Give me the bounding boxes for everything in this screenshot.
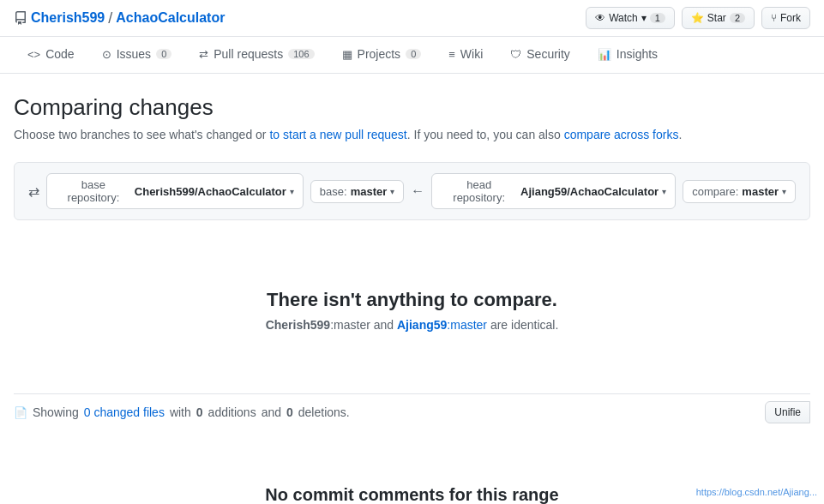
top-actions: 👁 Watch ▾ 1 ⭐ Star 2 ⑂ Fork (586, 7, 810, 29)
shield-icon: 🛡 (510, 48, 521, 61)
projects-count: 0 (406, 49, 421, 59)
base-branch-chevron: ▾ (390, 187, 394, 196)
repo-icon (14, 11, 27, 25)
tab-code-label: Code (45, 47, 74, 61)
tab-projects[interactable]: ▦ Projects 0 (328, 37, 436, 73)
page-title: Comparing changes (14, 94, 810, 121)
unified-button[interactable]: Unifie (765, 401, 810, 423)
tab-insights-label: Insights (616, 47, 658, 61)
watch-button[interactable]: 👁 Watch ▾ 1 (586, 7, 675, 29)
wiki-icon: ≡ (448, 48, 455, 61)
repo-name-link[interactable]: AchaoCalculator (116, 10, 225, 26)
tab-projects-label: Projects (358, 47, 401, 61)
watch-chevron: ▾ (641, 12, 647, 24)
file-icon: 📄 (14, 406, 27, 419)
no-commit-section: No commit comments for this range (14, 430, 810, 504)
star-label: Star (707, 12, 726, 24)
file-stats-left: 📄 Showing 0 changed files with 0 additio… (14, 405, 350, 419)
base-branch-select[interactable]: base: master ▾ (310, 180, 404, 203)
compare-bar: ⇄ base repository: Cherish599/AchaoCalcu… (14, 162, 810, 220)
subtitle-middle: . If you need to, you can also (407, 128, 564, 141)
projects-icon: ▦ (342, 48, 352, 61)
compare-branch-value: master (742, 185, 779, 198)
base-repo-select[interactable]: base repository: Cherish599/AchaoCalcula… (46, 173, 304, 209)
base-repo-label: base repository: (56, 178, 131, 204)
empty-heading: There isn't anything to compare. (14, 289, 810, 311)
subtitle-prefix: Choose two branches to see what's change… (14, 128, 269, 141)
tab-pr-label: Pull requests (214, 47, 283, 61)
topbar: Cherish599 / AchaoCalculator 👁 Watch ▾ 1… (0, 0, 824, 37)
changed-files-link[interactable]: 0 changed files (84, 405, 165, 419)
additions-text: additions (208, 405, 256, 419)
watch-count: 1 (650, 13, 665, 23)
issues-icon: ⊙ (102, 48, 111, 61)
tab-issues-label: Issues (117, 47, 151, 61)
pr-icon: ⇄ (199, 48, 208, 61)
fork-button[interactable]: ⑂ Fork (761, 7, 810, 29)
watch-label: Watch (609, 12, 638, 24)
eye-icon: 👁 (595, 12, 605, 24)
empty-description: Cherish599:master and Ajiang59:master ar… (14, 318, 810, 332)
base-repo-value: Cherish599/AchaoCalculator (135, 185, 286, 198)
page-subtitle: Choose two branches to see what's change… (14, 128, 810, 141)
insights-icon: 📊 (598, 48, 611, 61)
tab-code[interactable]: <> Code (14, 37, 88, 73)
tab-security[interactable]: 🛡 Security (496, 37, 584, 73)
star-button[interactable]: ⭐ Star 2 (682, 7, 755, 29)
file-stats: 📄 Showing 0 changed files with 0 additio… (14, 393, 810, 430)
subtitle-suffix: . (678, 128, 682, 141)
tab-wiki-label: Wiki (460, 47, 483, 61)
fork-label: Fork (780, 12, 801, 24)
and-text2: and (262, 405, 281, 419)
deletions-count: 0 (286, 405, 293, 419)
branch2-link[interactable]: Ajiang59:master (397, 318, 487, 332)
head-repo-label: head repository: (441, 178, 517, 204)
base-branch-value: master (351, 185, 388, 198)
repo-path: Cherish599 / AchaoCalculator (14, 9, 225, 27)
base-branch-label: base: (320, 185, 347, 198)
compare-arrows-icon: ⇄ (28, 183, 39, 200)
watermark: https://blog.csdn.net/Ajiang... (696, 487, 817, 497)
tab-issues[interactable]: ⊙ Issues 0 (88, 37, 186, 73)
additions-count: 0 (196, 405, 203, 419)
showing-text: Showing (33, 405, 79, 419)
star-icon: ⭐ (691, 12, 704, 24)
no-commit-text: No commit comments for this range (265, 485, 558, 504)
new-pr-link[interactable]: to start a new pull request (269, 128, 406, 141)
issues-count: 0 (156, 49, 171, 59)
fork-icon: ⑂ (771, 12, 777, 24)
main-content: Comparing changes Choose two branches to… (0, 74, 824, 504)
empty-state: There isn't anything to compare. Cherish… (14, 248, 810, 373)
compare-branch-chevron: ▾ (782, 187, 786, 196)
star-count: 2 (730, 13, 745, 23)
base-repo-chevron: ▾ (290, 187, 294, 196)
pr-count: 106 (288, 49, 314, 59)
head-repo-value: Ajiang59/AchaoCalculator (520, 185, 659, 198)
repo-separator: / (108, 9, 112, 27)
compare-branch-select[interactable]: compare: master ▾ (683, 180, 796, 203)
tab-wiki[interactable]: ≡ Wiki (435, 37, 496, 73)
tab-pull-requests[interactable]: ⇄ Pull requests 106 (185, 37, 328, 73)
code-icon: <> (27, 48, 40, 61)
repo-owner-link[interactable]: Cherish599 (31, 10, 105, 26)
tab-insights[interactable]: 📊 Insights (584, 37, 671, 73)
direction-arrow-icon: ← (411, 183, 424, 199)
compare-branch-label: compare: (692, 185, 738, 198)
tab-security-label: Security (526, 47, 570, 61)
head-repo-chevron: ▾ (662, 187, 666, 196)
head-repo-select[interactable]: head repository: Ajiang59/AchaoCalculato… (431, 173, 676, 209)
watermark-text: https://blog.csdn.net/Ajiang... (696, 487, 817, 497)
nav-tabs: <> Code ⊙ Issues 0 ⇄ Pull requests 106 ▦… (0, 37, 824, 74)
deletions-text: deletions. (298, 405, 350, 419)
with-text: with (170, 405, 191, 419)
compare-forks-link[interactable]: compare across forks (564, 128, 679, 141)
